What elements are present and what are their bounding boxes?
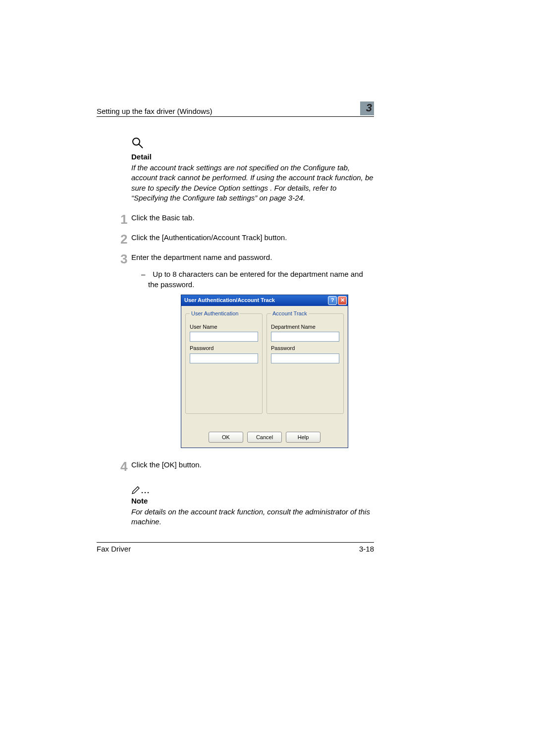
department-label: Department Name bbox=[271, 323, 339, 331]
step-text: Click the [Authentication/Account Track]… bbox=[131, 233, 374, 246]
username-label: User Name bbox=[190, 323, 258, 331]
cancel-button[interactable]: Cancel bbox=[247, 432, 282, 443]
dialog-title-text: User Authentication/Account Track bbox=[184, 297, 275, 304]
svg-point-2 bbox=[142, 492, 143, 493]
ok-button[interactable]: OK bbox=[209, 432, 243, 443]
department-input[interactable] bbox=[271, 332, 339, 342]
dialog-body: User Authentication User Name Password A… bbox=[181, 306, 348, 448]
chapter-number-box: 3 bbox=[360, 101, 374, 115]
dialog-button-row: OK Cancel Help bbox=[185, 432, 344, 444]
pencil-icon bbox=[131, 485, 151, 495]
step-number: 1 bbox=[97, 213, 131, 226]
account-password-input[interactable] bbox=[271, 353, 339, 363]
account-track-group: Account Track Department Name Password bbox=[267, 310, 344, 414]
step-text: Enter the department name and password. … bbox=[131, 252, 374, 448]
user-auth-legend: User Authentication bbox=[190, 310, 240, 317]
note-text: For details on the account track functio… bbox=[131, 507, 374, 527]
page-footer: Fax Driver 3-18 bbox=[97, 542, 374, 553]
magnifier-icon bbox=[131, 137, 374, 150]
detail-title: Detail bbox=[131, 152, 374, 161]
userauth-password-label: Password bbox=[190, 345, 258, 352]
detail-block: Detail If the account track settings are… bbox=[131, 137, 374, 203]
account-track-legend: Account Track bbox=[271, 310, 309, 317]
titlebar-close-button[interactable]: ✕ bbox=[338, 296, 347, 305]
step-substep: – Up to 8 characters can be entered for … bbox=[141, 269, 374, 290]
running-title: Setting up the fax driver (Windows) bbox=[97, 107, 212, 115]
step-number: 3 bbox=[97, 252, 131, 448]
dialog-titlebar: User Authentication/Account Track ? ✕ bbox=[181, 295, 348, 306]
footer-right: 3-18 bbox=[359, 545, 374, 553]
note-block: Note For details on the account track fu… bbox=[131, 485, 374, 527]
username-input[interactable] bbox=[190, 332, 258, 342]
chapter-number: 3 bbox=[366, 101, 372, 114]
user-auth-group: User Authentication User Name Password bbox=[185, 310, 263, 414]
footer-left: Fax Driver bbox=[97, 545, 131, 553]
note-title: Note bbox=[131, 497, 374, 505]
step-number: 2 bbox=[97, 233, 131, 246]
steps-list: 1 Click the Basic tab. 2 Click the [Auth… bbox=[97, 213, 374, 473]
svg-point-4 bbox=[148, 492, 149, 493]
auth-dialog: User Authentication/Account Track ? ✕ Us… bbox=[181, 295, 348, 448]
help-button[interactable]: Help bbox=[286, 432, 321, 443]
step-text: Click the [OK] button. bbox=[131, 460, 374, 473]
running-head: Setting up the fax driver (Windows) 3 bbox=[97, 101, 374, 117]
svg-line-1 bbox=[139, 144, 143, 148]
svg-point-3 bbox=[145, 492, 146, 493]
step-number: 4 bbox=[97, 460, 131, 473]
titlebar-help-button[interactable]: ? bbox=[328, 296, 337, 305]
svg-point-0 bbox=[133, 138, 140, 145]
account-password-label: Password bbox=[271, 345, 339, 352]
step-text-main: Enter the department name and password. bbox=[131, 253, 272, 261]
userauth-password-input[interactable] bbox=[190, 353, 258, 363]
detail-text: If the account track settings are not sp… bbox=[131, 163, 374, 203]
step-text: Click the Basic tab. bbox=[131, 213, 374, 226]
